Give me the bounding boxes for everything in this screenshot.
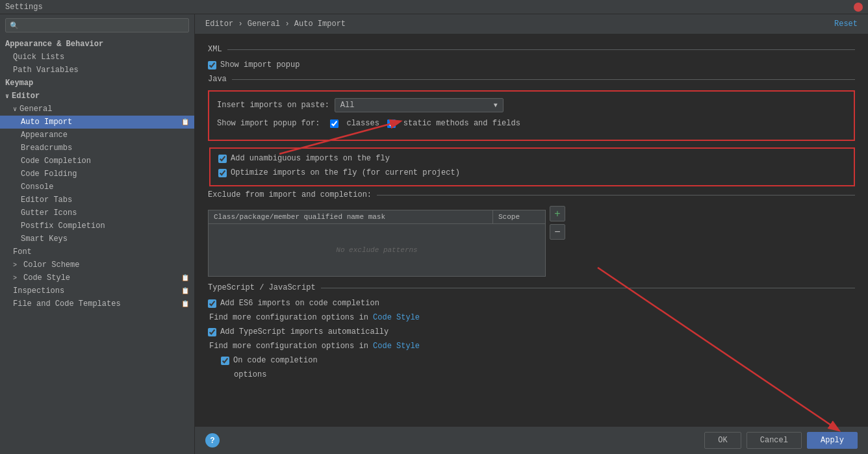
optimize-imports-row: Optimize imports on the fly (for current… [218,168,460,177]
insert-imports-row: Insert imports on paste: All ▼ [217,98,846,112]
sidebar-item-postfix-completion[interactable]: Postfix Completion [0,220,194,233]
sidebar-item-label: Quick Lists [13,53,64,62]
xml-show-import-popup-row: Show import popup [208,60,855,69]
cancel-button[interactable]: Cancel [747,432,802,449]
java-section-inner: Insert imports on paste: All ▼ Show impo… [208,90,855,141]
code-style-link[interactable]: Code Style [373,313,420,322]
add-es6-checkbox[interactable] [208,299,216,308]
settings-content: XML Show import popup Java Insert import… [195,34,868,426]
sidebar-item-label: Editor [12,92,40,101]
sidebar-item-path-variables[interactable]: Path Variables [0,64,194,77]
sidebar-item-label: Code Completion [21,157,91,166]
insert-imports-value: All [340,101,355,110]
inspections-badge: 📋 [181,287,189,295]
sidebar-item-label: Color Scheme [23,260,79,270]
exclude-table-body: No exclude patterns [209,224,545,276]
sidebar-item-label: Appearance & Behavior [5,40,103,49]
sidebar-item-breadcrumbs[interactable]: Breadcrumbs [0,142,194,155]
exclude-with-buttons: Class/package/member qualified name mask… [208,206,855,283]
sidebar-item-font[interactable]: Font [0,246,194,259]
sidebar-item-label: Postfix Completion [21,221,105,231]
sidebar-item-appearance-behavior[interactable]: Appearance & Behavior [0,38,194,51]
editor-arrow: ∨ [5,93,9,100]
on-code-completion-checkbox[interactable] [221,357,229,365]
sidebar-item-label: Font [13,247,32,257]
sidebar-item-label: Code Style [23,273,70,283]
add-unambiguous-label: Add unambiguous imports on the fly [231,154,390,163]
sidebar-item-inspections[interactable]: Inspections 📋 [0,284,194,297]
sidebar-item-editor-tabs[interactable]: Editor Tabs [0,194,194,207]
show-popup-label: Show import popup for: [217,119,320,128]
sidebar-item-appearance2[interactable]: Appearance [0,129,194,142]
insert-imports-dropdown[interactable]: All ▼ [335,98,504,112]
apply-button[interactable]: Apply [807,432,858,449]
java-static-label: static methods and fields [403,119,520,128]
exclude-title-text: Exclude from import and completion: [208,190,372,199]
close-button[interactable] [854,3,863,12]
search-input[interactable] [21,21,185,30]
exclude-section-title: Exclude from import and completion: [208,190,855,199]
code-style-badge: 📋 [181,274,189,282]
sidebar-item-general[interactable]: ∨General [0,103,194,116]
sidebar-item-code-folding[interactable]: Code Folding [0,168,194,181]
java-classes-label: classes [346,119,379,128]
sidebar-item-console[interactable]: Console [0,181,194,194]
general-arrow: ∨ [13,106,17,113]
java-classes-checkbox[interactable] [330,120,338,128]
dropdown-arrow-icon: ▼ [494,102,498,109]
ok-button[interactable]: OK [704,432,741,449]
code-style-arrow: > [13,275,21,282]
sidebar-item-smart-keys[interactable]: Smart Keys [0,233,194,246]
file-templates-badge: 📋 [181,300,189,308]
sidebar-item-code-style[interactable]: > Code Style 📋 [0,271,194,284]
optimize-imports-checkbox[interactable] [218,169,227,177]
java-extra-options: Add unambiguous imports on the fly Optim… [209,147,855,186]
typescript-section-title: TypeScript / JavaScript [208,283,855,292]
java-static-checkbox[interactable] [387,120,396,128]
help-button[interactable]: ? [205,433,220,448]
no-patterns-text: No exclude patterns [336,246,417,254]
find-more-ts-row: Find more configuration options in Code … [209,342,855,351]
sidebar-item-file-code-templates[interactable]: File and Code Templates 📋 [0,297,194,310]
exclude-table: Class/package/member qualified name mask… [208,210,546,277]
sidebar-item-label: Appearance [21,131,68,140]
insert-imports-label: Insert imports on paste: [217,101,329,110]
col-scope-header: Scope [493,210,545,223]
sidebar-item-label: Editor Tabs [21,195,72,205]
sidebar-item-label: Smart Keys [21,234,68,244]
exclude-table-header: Class/package/member qualified name mask… [209,210,545,224]
optimize-imports-label: Optimize imports on the fly (for current… [231,168,460,177]
sidebar-item-color-scheme[interactable]: > Color Scheme [0,259,194,271]
add-remove-buttons: + − [550,206,565,240]
sidebar-item-label: Inspections [13,286,64,296]
title-text: Settings [5,3,43,12]
add-es6-label: Add ES6 imports on code completion [220,299,379,308]
sidebar-item-editor[interactable]: ∨Editor [0,90,194,103]
sidebar-item-label: File and Code Templates [13,299,121,309]
find-more-ts-text: Find more configuration options in [209,342,368,351]
sidebar-item-label: Auto Import [21,118,72,127]
sidebar-item-gutter-icons[interactable]: Gutter Icons [0,207,194,220]
sidebar: 🔍 Appearance & Behavior Quick Lists Path… [0,14,195,454]
sidebar-item-code-completion[interactable]: Code Completion [0,155,194,168]
sidebar-item-keymap[interactable]: Keymap [0,77,194,90]
sidebar-item-label: General [19,105,52,114]
breadcrumb-bar: Editor › General › Auto Import Reset [195,14,868,34]
search-box[interactable]: 🔍 [5,18,189,32]
show-import-popup-row: Show import popup for: classes static me… [217,119,846,128]
java-section-title: Java [208,75,855,84]
sidebar-item-label: Console [21,183,53,192]
reset-link[interactable]: Reset [834,19,858,29]
xml-show-import-checkbox[interactable] [208,61,216,69]
add-exclude-button[interactable]: + [550,206,565,221]
col-name-header: Class/package/member qualified name mask [209,210,493,223]
sidebar-item-quick-lists[interactable]: Quick Lists [0,51,194,64]
code-style-link2[interactable]: Code Style [373,342,420,351]
sidebar-item-auto-import[interactable]: Auto Import 📋 [0,116,194,129]
sidebar-item-label: Gutter Icons [21,208,77,218]
sidebar-item-label: Keymap [5,79,33,88]
remove-exclude-button[interactable]: − [550,224,565,240]
auto-import-badge: 📋 [181,118,189,126]
add-unambiguous-checkbox[interactable] [218,155,227,163]
add-typescript-checkbox[interactable] [208,328,216,336]
